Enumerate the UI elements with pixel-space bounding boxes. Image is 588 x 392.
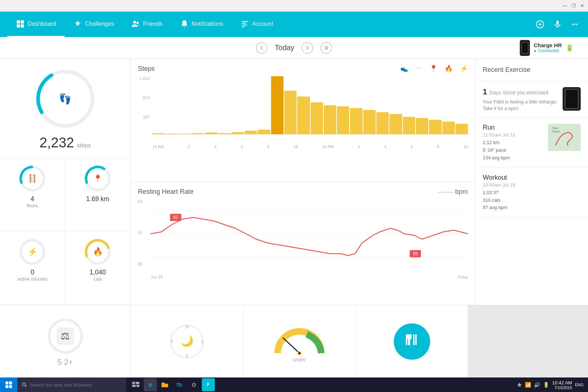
workout-exercise-item: Workout 10:40am Jul 19 1:03:37310 cals97… bbox=[475, 168, 588, 218]
nav-notifications[interactable]: Notifications bbox=[171, 12, 232, 37]
notification-area-icon bbox=[517, 382, 522, 387]
weight-value: 5 2+ bbox=[57, 358, 73, 367]
volume-icon: 🔊 bbox=[534, 382, 540, 388]
edge-button[interactable]: e bbox=[144, 378, 157, 391]
nav-notifications-label: Notifications bbox=[192, 21, 223, 27]
more-button[interactable]: ••• bbox=[569, 19, 581, 30]
steps-widget: 👣 2,232 steps bbox=[0, 59, 130, 158]
mic-button[interactable] bbox=[552, 19, 563, 30]
svg-rect-56 bbox=[136, 382, 139, 384]
bolt-icon-btn[interactable]: ⚡ bbox=[460, 65, 468, 73]
svg-rect-47 bbox=[413, 334, 415, 345]
run-type: Run bbox=[483, 124, 544, 131]
nav-dashboard[interactable]: Dashboard bbox=[7, 12, 65, 37]
sleep-circle: 12 6 9 3 🌙 bbox=[167, 322, 207, 362]
center-panel: Steps 👟 〰 📍 🔥 ⚡ 1,011 674 337 bbox=[131, 59, 475, 305]
svg-rect-55 bbox=[132, 382, 135, 384]
heart-chart-title: Resting Heart Rate bbox=[138, 188, 193, 196]
skip-next-button[interactable] bbox=[320, 42, 332, 54]
food-circle bbox=[394, 323, 430, 360]
floors-circle: 🪜 bbox=[18, 164, 47, 193]
svg-text:6: 6 bbox=[185, 353, 188, 358]
nav-friends[interactable]: Friends bbox=[123, 12, 171, 37]
device-info: Charge HR ● Connected 🔋 bbox=[520, 40, 573, 56]
svg-text:3: 3 bbox=[201, 339, 203, 344]
svg-rect-8 bbox=[242, 25, 247, 25]
minimize-button[interactable]: — bbox=[562, 3, 568, 9]
title-bar: — ❐ ✕ bbox=[0, 0, 588, 12]
maximize-button[interactable]: ❐ bbox=[571, 3, 576, 9]
nav-account-label: Account bbox=[252, 21, 273, 27]
nav-bar: Dashboard Challenges Friends Notificatio… bbox=[0, 12, 588, 37]
svg-text:12: 12 bbox=[184, 324, 189, 329]
days-label: Days bbox=[490, 90, 501, 95]
steps-icon-btn[interactable]: 👟 bbox=[400, 65, 408, 73]
explorer-button[interactable] bbox=[158, 378, 171, 391]
svg-rect-2 bbox=[17, 24, 20, 28]
svg-text:59: 59 bbox=[413, 251, 418, 256]
x-axis: 12 AM 2 4 6 8 10 12 PM 2 4 6 8 10 bbox=[152, 144, 468, 149]
heart-chart-panel: Resting Heart Rate — — bpm 63 61 59 bbox=[131, 182, 475, 305]
svg-point-44 bbox=[298, 352, 301, 354]
calories-label: cals bbox=[94, 276, 102, 282]
next-button[interactable] bbox=[302, 42, 313, 54]
days-count: 1 bbox=[483, 87, 487, 96]
heart-unit: bpm bbox=[455, 188, 468, 196]
search-input[interactable] bbox=[30, 382, 122, 388]
workout-stats: 1:03:37310 cals97 avg bpm bbox=[483, 189, 581, 212]
battery-taskbar-icon: 🔋 bbox=[543, 382, 549, 388]
svg-text:62: 62 bbox=[173, 215, 178, 220]
close-button[interactable]: ✕ bbox=[579, 3, 585, 9]
svg-text:PEAKS: PEAKS bbox=[552, 130, 560, 133]
svg-point-53 bbox=[23, 383, 25, 386]
nav-account[interactable]: Account bbox=[232, 12, 282, 37]
heart-y-axis: 63 61 59 bbox=[138, 199, 149, 266]
device-name: Charge HR bbox=[534, 42, 562, 48]
route-icon-btn[interactable]: 〰 bbox=[416, 65, 422, 73]
device-thumbnail bbox=[563, 87, 581, 111]
nav-dashboard-label: Dashboard bbox=[28, 21, 56, 27]
recent-exercise-title: Recent Exercise bbox=[475, 59, 588, 81]
calories-circle: 🔥 bbox=[83, 237, 112, 266]
start-button[interactable] bbox=[0, 377, 17, 392]
location-icon-btn[interactable]: 📍 bbox=[429, 65, 437, 73]
add-button[interactable] bbox=[534, 19, 546, 30]
floors-label: floors bbox=[26, 203, 38, 208]
svg-rect-51 bbox=[5, 385, 8, 388]
svg-rect-52 bbox=[9, 385, 12, 388]
heart-rate-chart: 62 59 bbox=[151, 199, 468, 268]
nav-challenges[interactable]: Challenges bbox=[65, 12, 123, 37]
fire-icon-btn[interactable]: 🔥 bbox=[445, 65, 453, 73]
distance-value: 1.69 km bbox=[86, 195, 109, 203]
fitbit-button[interactable]: F bbox=[202, 378, 215, 391]
settings-button[interactable]: ⚙ bbox=[187, 378, 200, 391]
taskbar-search[interactable] bbox=[17, 377, 126, 392]
heart-x-axis: Jun 24 Today bbox=[151, 275, 468, 279]
active-widget: ⚡ 0 active minutes bbox=[0, 232, 65, 305]
svg-line-54 bbox=[25, 386, 27, 387]
device-details: Charge HR ● Connected bbox=[534, 42, 562, 53]
active-circle: ⚡ bbox=[18, 237, 47, 266]
svg-rect-13 bbox=[556, 21, 559, 25]
weight-widget: ⚖ 5 2+ bbox=[0, 305, 131, 377]
store-button[interactable]: 🛍 bbox=[173, 378, 186, 391]
network-icon: 📶 bbox=[525, 382, 531, 388]
svg-rect-3 bbox=[21, 24, 24, 28]
svg-rect-1 bbox=[21, 20, 24, 24]
calories-widget: 🔥 1,040 cals bbox=[65, 232, 131, 305]
workout-time: 10:40am Jul 19 bbox=[483, 182, 581, 188]
run-exercise-item: Run 11:51am Jul 22 2.12 km5' 24" pace134… bbox=[475, 118, 588, 168]
prev-button[interactable] bbox=[256, 42, 268, 54]
steps-circle: 👣 bbox=[33, 66, 98, 131]
svg-marker-59 bbox=[517, 383, 522, 387]
mini-widgets: 🪜 4 floors 📍 1.69 km bbox=[0, 158, 130, 305]
steps-value: 2,232 bbox=[40, 135, 74, 151]
y-axis: 1,011 674 337 bbox=[138, 76, 152, 134]
food-widget bbox=[356, 305, 468, 377]
svg-rect-6 bbox=[242, 21, 248, 22]
taskbar-right: 📶 🔊 🔋 10:42 AM 7/23/2015 ENG bbox=[513, 380, 588, 390]
svg-rect-45 bbox=[406, 334, 407, 345]
svg-text:9: 9 bbox=[170, 339, 172, 344]
left-panel: 👣 2,232 steps 🪜 bbox=[0, 59, 131, 305]
task-view-button[interactable] bbox=[129, 378, 142, 391]
